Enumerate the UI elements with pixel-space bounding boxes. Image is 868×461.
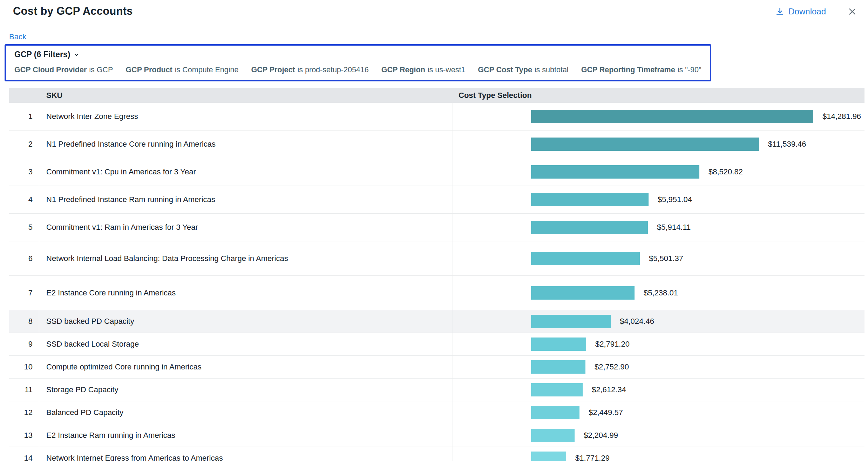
filter-field: GCP Cost Type bbox=[478, 66, 532, 74]
row-cost-cell: $2,204.99 bbox=[453, 424, 864, 447]
close-button[interactable] bbox=[846, 6, 858, 18]
header-actions: Download bbox=[773, 5, 858, 18]
back-link[interactable]: Back bbox=[9, 32, 26, 41]
table-row[interactable]: 2N1 Predefined Instance Core running in … bbox=[9, 131, 864, 158]
filter-chip: GCP Reporting Timeframeis "-90" bbox=[581, 66, 701, 74]
cost-bar bbox=[531, 252, 640, 265]
cost-bar bbox=[531, 110, 813, 123]
cost-bar bbox=[531, 315, 611, 328]
row-index: 11 bbox=[9, 379, 39, 401]
table-row[interactable]: 10Compute optimized Core running in Amer… bbox=[9, 356, 864, 379]
row-sku: SSD backed Local Storage bbox=[39, 333, 453, 355]
filter-field: GCP Reporting Timeframe bbox=[581, 66, 675, 74]
row-index: 10 bbox=[9, 356, 39, 378]
cost-bar bbox=[531, 383, 583, 396]
filter-group: GCP (6 Filters) GCP Cloud Provideris GCP… bbox=[5, 44, 711, 81]
filter-group-toggle[interactable]: GCP (6 Filters) bbox=[14, 50, 704, 59]
row-sku: Network Internal Load Balancing: Data Pr… bbox=[39, 241, 453, 275]
filter-condition: is prod-setup-205416 bbox=[298, 66, 369, 74]
table-row[interactable]: 8SSD backed PD Capacity$4,024.46 bbox=[9, 310, 864, 333]
table-row[interactable]: 14Network Internet Egress from Americas … bbox=[9, 447, 864, 461]
row-cost-cell: $5,914.11 bbox=[453, 214, 864, 241]
cost-bar bbox=[531, 452, 566, 461]
cost-value-label: $4,024.46 bbox=[620, 317, 654, 326]
table-body: 1Network Inter Zone Egress$14,281.962N1 … bbox=[9, 103, 864, 461]
row-index: 3 bbox=[9, 158, 39, 186]
row-index: 1 bbox=[9, 103, 39, 130]
table-row[interactable]: 1Network Inter Zone Egress$14,281.96 bbox=[9, 103, 864, 131]
row-index: 5 bbox=[9, 214, 39, 241]
cost-value-label: $2,449.57 bbox=[589, 408, 623, 417]
cost-table: SKU Cost Type Selection 1Network Inter Z… bbox=[9, 88, 864, 461]
cost-bar bbox=[531, 138, 759, 151]
filter-chip: GCP Projectis prod-setup-205416 bbox=[251, 66, 368, 74]
row-cost-cell: $11,539.46 bbox=[453, 131, 864, 158]
row-cost-cell: $1,771.29 bbox=[453, 447, 864, 461]
table-row[interactable]: 5Commitment v1: Ram in Americas for 3 Ye… bbox=[9, 214, 864, 241]
row-cost-cell: $5,951.04 bbox=[453, 186, 864, 213]
table-header-sku: SKU bbox=[39, 91, 453, 100]
cost-value-label: $1,771.29 bbox=[575, 454, 610, 461]
row-sku: N1 Predefined Instance Core running in A… bbox=[39, 131, 453, 158]
table-row[interactable]: 12Balanced PD Capacity$2,449.57 bbox=[9, 401, 864, 424]
filter-chip: GCP Regionis us-west1 bbox=[381, 66, 466, 74]
row-index: 14 bbox=[9, 447, 39, 461]
filter-chip: GCP Productis Compute Engine bbox=[126, 66, 238, 74]
row-sku: E2 Instance Ram running in Americas bbox=[39, 424, 453, 447]
cost-value-label: $5,951.04 bbox=[658, 195, 692, 204]
filter-field: GCP Cloud Provider bbox=[14, 66, 87, 74]
table-row[interactable]: 6Network Internal Load Balancing: Data P… bbox=[9, 241, 864, 276]
cost-value-label: $11,539.46 bbox=[768, 140, 806, 149]
close-icon bbox=[848, 12, 857, 17]
row-sku: E2 Instance Core running in Americas bbox=[39, 276, 453, 310]
cost-bar bbox=[531, 221, 648, 234]
filter-condition: is "-90" bbox=[678, 66, 701, 74]
row-cost-cell: $2,449.57 bbox=[453, 401, 864, 424]
cost-bar bbox=[531, 360, 585, 374]
table-row[interactable]: 4N1 Predefined Instance Ram running in A… bbox=[9, 186, 864, 214]
row-index: 12 bbox=[9, 401, 39, 424]
download-label: Download bbox=[788, 7, 826, 16]
filter-field: GCP Project bbox=[251, 66, 295, 74]
filter-chip-list: GCP Cloud Provideris GCPGCP Productis Co… bbox=[14, 66, 704, 74]
table-header-cost: Cost Type Selection bbox=[453, 91, 864, 100]
cost-value-label: $14,281.96 bbox=[822, 112, 861, 121]
cost-value-label: $2,752.90 bbox=[595, 362, 629, 372]
table-row[interactable]: 11Storage PD Capacity$2,612.34 bbox=[9, 379, 864, 401]
row-index: 4 bbox=[9, 186, 39, 213]
cost-bar bbox=[531, 286, 635, 300]
row-cost-cell: $5,238.01 bbox=[453, 276, 864, 310]
filter-condition: is GCP bbox=[89, 66, 113, 74]
row-cost-cell: $5,501.37 bbox=[453, 241, 864, 275]
table-row[interactable]: 7E2 Instance Core running in Americas$5,… bbox=[9, 276, 864, 310]
panel-header: Cost by GCP Accounts Download bbox=[0, 0, 868, 18]
download-button[interactable]: Download bbox=[773, 6, 828, 17]
row-sku: SSD backed PD Capacity bbox=[39, 310, 453, 333]
row-sku: Compute optimized Core running in Americ… bbox=[39, 356, 453, 378]
filter-chip: GCP Cloud Provideris GCP bbox=[14, 66, 113, 74]
cost-bar bbox=[531, 406, 579, 419]
row-sku: Balanced PD Capacity bbox=[39, 401, 453, 424]
table-header-row: SKU Cost Type Selection bbox=[9, 88, 864, 103]
download-icon bbox=[775, 7, 784, 16]
table-row[interactable]: 9SSD backed Local Storage$2,791.20 bbox=[9, 333, 864, 356]
cost-value-label: $2,612.34 bbox=[592, 385, 626, 394]
row-index: 13 bbox=[9, 424, 39, 447]
row-index: 6 bbox=[9, 241, 39, 275]
row-index: 8 bbox=[9, 310, 39, 333]
row-sku: Network Inter Zone Egress bbox=[39, 103, 453, 130]
table-row[interactable]: 3Commitment v1: Cpu in Americas for 3 Ye… bbox=[9, 158, 864, 186]
cost-value-label: $2,791.20 bbox=[595, 340, 630, 349]
cost-bar bbox=[531, 165, 699, 179]
row-cost-cell: $14,281.96 bbox=[453, 103, 864, 130]
table-row[interactable]: 13E2 Instance Ram running in Americas$2,… bbox=[9, 424, 864, 447]
row-cost-cell: $8,520.82 bbox=[453, 158, 864, 186]
filter-condition: is us-west1 bbox=[428, 66, 466, 74]
row-cost-cell: $2,612.34 bbox=[453, 379, 864, 401]
row-cost-cell: $2,791.20 bbox=[453, 333, 864, 355]
page-title: Cost by GCP Accounts bbox=[13, 5, 133, 18]
filter-chip: GCP Cost Typeis subtotal bbox=[478, 66, 568, 74]
cost-bar bbox=[531, 338, 586, 351]
cost-value-label: $5,501.37 bbox=[649, 254, 683, 263]
row-cost-cell: $4,024.46 bbox=[453, 310, 864, 333]
